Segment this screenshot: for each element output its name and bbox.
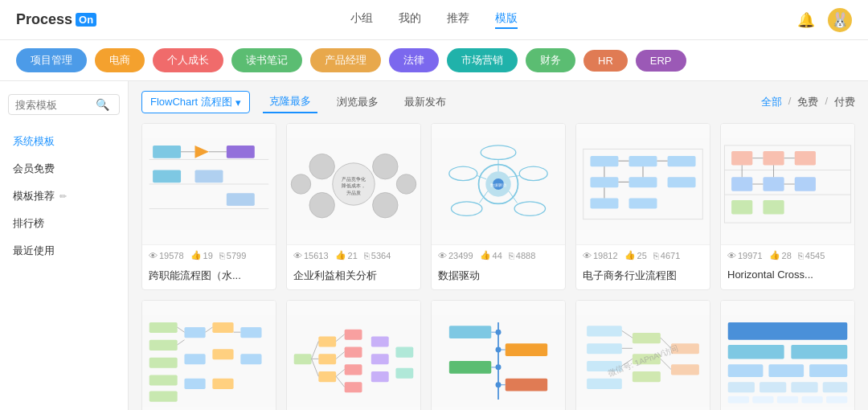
card-stakeholder-analysis[interactable]: 产品竞争化 降低成本， 升品质 👁 15613 👍 21 ⎘ 5364 <box>286 123 421 290</box>
filter-free[interactable]: 免费 <box>797 95 818 109</box>
card-fiscal-payment-flow[interactable]: 👁 18646 👍 31 ⎘ 2317 财政授权支付流程图 <box>286 300 421 410</box>
sidebar-item-recommended[interactable]: 模板推荐 ✏ <box>0 182 128 210</box>
svg-rect-4 <box>153 146 181 158</box>
svg-rect-151 <box>728 396 749 404</box>
svg-rect-103 <box>395 368 413 379</box>
svg-rect-74 <box>149 340 178 351</box>
tag-ecommerce[interactable]: 电商 <box>95 48 145 72</box>
card-horizontal-cross[interactable]: 👁 19971 👍 28 ⎘ 4545 Horizontal Cross... <box>720 123 855 290</box>
card-thumb-5 <box>721 124 854 244</box>
svg-rect-153 <box>777 396 798 404</box>
card-ecommerce-flow[interactable]: 👁 19812 👍 25 ⎘ 4671 电子商务行业流程图 <box>575 123 710 290</box>
logo-text: Process <box>16 11 72 28</box>
view-count-4: 👁 19812 <box>583 251 618 260</box>
nav-item-template[interactable]: 模版 <box>495 11 518 29</box>
svg-rect-79 <box>212 322 233 333</box>
svg-rect-101 <box>371 371 389 382</box>
nav-item-group[interactable]: 小组 <box>350 11 373 29</box>
svg-rect-149 <box>791 382 817 392</box>
card-meta-4: 👁 19812 👍 25 ⎘ 4671 <box>576 244 710 265</box>
card-meta-2: 👁 15613 👍 21 ⎘ 5364 <box>287 244 420 265</box>
tag-project-management[interactable]: 项目管理 <box>16 48 87 72</box>
svg-rect-47 <box>629 198 657 208</box>
edit-icon[interactable]: ✏ <box>59 191 67 202</box>
tag-product-manager[interactable]: 产品经理 <box>310 48 381 72</box>
svg-rect-83 <box>240 354 261 364</box>
search-box[interactable]: 🔍 <box>8 94 120 115</box>
svg-rect-134 <box>671 364 699 375</box>
sidebar-item-system-template[interactable]: 系统模板 <box>0 128 128 155</box>
svg-rect-144 <box>728 364 764 377</box>
tag-hr[interactable]: HR <box>583 50 628 72</box>
svg-rect-7 <box>153 170 181 183</box>
tag-reading-notes[interactable]: 读书笔记 <box>231 48 302 72</box>
sidebar-menu: 系统模板 会员免费 模板推荐 ✏ 排行榜 最近使用 <box>0 128 128 264</box>
svg-rect-92 <box>318 336 336 346</box>
card-cross-border-ecommerce[interactable]: 👁 21168 👍 32 ⎘ 2957 跨境电商业务流程图 <box>141 300 276 410</box>
svg-rect-97 <box>345 364 362 375</box>
search-input[interactable] <box>15 99 96 111</box>
card-data-driven[interactable]: 数据驱动 👁 23499 👍 44 <box>431 123 566 290</box>
card-thumb-8 <box>432 301 565 410</box>
svg-rect-41 <box>629 156 657 166</box>
card-title-3: 数据驱动 <box>432 265 565 289</box>
svg-text:降低成本，: 降低成本， <box>342 182 366 188</box>
tag-law[interactable]: 法律 <box>389 48 439 72</box>
svg-rect-77 <box>149 392 178 402</box>
svg-rect-42 <box>668 156 696 166</box>
sidebar-item-recent[interactable]: 最近使用 <box>0 237 128 264</box>
view-count-2: 👁 15613 <box>293 251 329 260</box>
svg-rect-141 <box>728 322 848 340</box>
card-timeline-vertical[interactable]: 👁 30573 👍 93 ⎘ 1494 ¥2 时间轴（垂直） <box>431 300 566 410</box>
svg-rect-64 <box>731 200 752 214</box>
type-filter-label: FlowChart 流程图 <box>150 95 232 109</box>
card-concept-map[interactable]: ¥2 概念图 <box>720 300 855 410</box>
sidebar-item-member-free[interactable]: 会员免费 <box>0 155 128 182</box>
svg-rect-81 <box>184 354 205 364</box>
logo[interactable]: ProcessOn <box>16 11 96 28</box>
svg-point-22 <box>396 174 416 194</box>
filter-all[interactable]: 全部 <box>761 95 782 109</box>
svg-rect-98 <box>345 382 362 392</box>
tag-erp[interactable]: ERP <box>636 50 686 72</box>
svg-rect-78 <box>184 327 205 338</box>
view-count-1: 👁 19578 <box>149 251 184 260</box>
filter-tab-most-viewed[interactable]: 浏览最多 <box>330 92 385 113</box>
svg-rect-114 <box>506 343 547 356</box>
avatar[interactable]: 🐰 <box>828 8 852 32</box>
nav-item-mine[interactable]: 我的 <box>399 11 421 29</box>
card-cross-functional[interactable]: 👁 19578 👍 19 ⎘ 5799 跨职能流程图（水... <box>141 123 276 290</box>
card-grid-row2: 👁 21168 👍 32 ⎘ 2957 跨境电商业务流程图 <box>141 300 855 410</box>
view-count-3: 👁 23499 <box>438 251 473 260</box>
filter-paid[interactable]: 付费 <box>834 95 855 109</box>
nav-item-recommend[interactable]: 推荐 <box>447 11 469 29</box>
card-event-flow[interactable]: 微信号: 1APnAV访问 👁 17873 ¥2 事件流 <box>575 300 710 410</box>
type-filter-dropdown[interactable]: FlowChart 流程图 ▾ <box>141 91 250 113</box>
filter-tab-most-cloned[interactable]: 克隆最多 <box>263 91 317 113</box>
card-title-1: 跨职能流程图（水... <box>142 265 276 289</box>
copy-count-1: ⎘ 5799 <box>219 251 246 260</box>
svg-rect-45 <box>668 177 696 187</box>
svg-rect-84 <box>184 379 205 389</box>
search-icon[interactable]: 🔍 <box>96 98 109 111</box>
svg-point-18 <box>373 154 398 178</box>
svg-rect-132 <box>633 371 661 382</box>
sidebar-item-ranking[interactable]: 排行榜 <box>0 210 128 237</box>
tag-bar: 项目管理 电商 个人成长 读书笔记 产品经理 法律 市场营销 财务 HR ERP <box>0 40 868 81</box>
tag-personal-growth[interactable]: 个人成长 <box>153 48 223 72</box>
svg-rect-40 <box>590 156 618 166</box>
tag-marketing[interactable]: 市场营销 <box>447 48 518 72</box>
tag-finance[interactable]: 财务 <box>526 48 575 72</box>
filter-right: 全部 / 免费 / 付费 <box>761 95 855 109</box>
svg-rect-145 <box>768 364 804 377</box>
notification-bell-icon[interactable]: 🔔 <box>797 11 815 29</box>
svg-point-19 <box>309 192 334 217</box>
content-area: FlowChart 流程图 ▾ 克隆最多 浏览最多 最新发布 全部 / 免费 /… <box>129 81 868 410</box>
filter-tab-latest[interactable]: 最新发布 <box>398 92 452 113</box>
card-grid-row1: 👁 19578 👍 19 ⎘ 5799 跨职能流程图（水... 产品竞争化 降低… <box>141 123 855 290</box>
svg-rect-61 <box>731 177 752 191</box>
header: ProcessOn 小组 我的 推荐 模版 🔔 🐰 <box>0 0 868 40</box>
like-count-5: 👍 28 <box>769 250 792 260</box>
header-nav: 小组 我的 推荐 模版 <box>350 11 518 29</box>
svg-rect-131 <box>633 354 661 364</box>
